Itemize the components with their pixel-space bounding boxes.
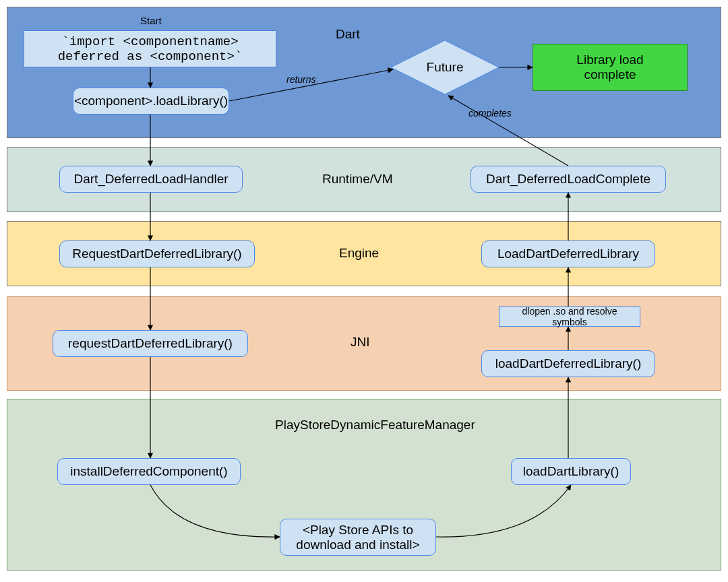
layer-label-playstore: PlayStoreDynamicFeatureManager <box>275 418 475 432</box>
node-import-statement: `import <componentname> deferred as <com… <box>24 30 276 67</box>
node-future: Future <box>391 40 499 94</box>
node-dart-deferred-complete: Dart_DeferredLoadComplete <box>471 166 666 193</box>
node-load-dart-deferred-jni: loadDartDeferredLibrary() <box>481 350 655 377</box>
node-playstore-apis: <Play Store APIs to download and install… <box>280 519 436 556</box>
node-library-complete: Library load complete <box>533 44 688 91</box>
node-dlopen-note: dlopen .so and resolve symbols <box>499 306 640 327</box>
start-label: Start <box>140 15 162 26</box>
edge-label-returns: returns <box>286 74 316 85</box>
node-request-dart-deferred-engine: RequestDartDeferredLibrary() <box>59 240 255 267</box>
layer-label-jni: JNI <box>351 335 370 350</box>
layer-label-engine: Engine <box>339 246 379 261</box>
node-dart-deferred-handler: Dart_DeferredLoadHandler <box>59 166 243 193</box>
node-load-dart-deferred-engine: LoadDartDeferredLibrary <box>481 240 655 267</box>
node-load-library: <component>.loadLibrary() <box>73 88 229 115</box>
layer-label-runtime: Runtime/VM <box>322 172 393 187</box>
node-future-label: Future <box>427 60 464 75</box>
edge-label-completes: completes <box>468 108 512 119</box>
node-install-deferred: installDeferredComponent() <box>57 458 241 485</box>
node-request-dart-deferred-jni: requestDartDeferredLibrary() <box>53 330 248 357</box>
node-load-dart-library: loadDartLibrary() <box>511 458 631 485</box>
layer-label-dart: Dart <box>336 27 360 42</box>
